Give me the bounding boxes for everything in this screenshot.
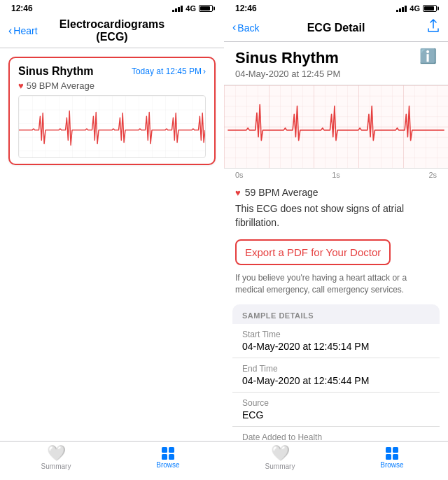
start-time-value: 04-May-2020 at 12:45:14 PM — [242, 341, 430, 352]
ecg-card-header: Sinus Rhythm Today at 12:45 PM › — [18, 65, 206, 78]
time-label-0: 0s — [235, 171, 244, 179]
battery-icon-1 — [199, 5, 213, 12]
detail-description: This ECG does not show signs of atrial f… — [224, 202, 448, 237]
detail-bpm-label: 59 BPM Average — [245, 187, 318, 198]
time-1: 12:46 — [11, 3, 33, 13]
battery-icon-2 — [423, 5, 437, 12]
heart-tab-icon-2: 🤍 — [271, 446, 290, 461]
sample-details-section: SAMPLE DETAILS Start Time 04-May-2020 at… — [232, 304, 440, 441]
bpm-label: 59 BPM Average — [27, 80, 94, 91]
start-time-label: Start Time — [242, 330, 430, 339]
detail-content: Sinus Rhythm 04-May-2020 at 12:45 PM ℹ️ — [224, 42, 448, 441]
back-label-2: Back — [237, 22, 259, 34]
ecg-bpm: ♥ 59 BPM Average — [18, 80, 206, 91]
export-pdf-button[interactable]: Export a PDF for Your Doctor — [235, 239, 391, 265]
nav-bar-2: ‹ Back ECG Detail — [224, 15, 448, 42]
time-labels: 0s 1s 2s — [224, 169, 448, 181]
nav-title-1: Electrocardiograms (ECG) — [50, 18, 174, 43]
tab-bar-1: 🤍 Summary Browse — [0, 441, 224, 480]
status-bar-2: 12:46 4G — [224, 0, 448, 15]
sample-row-source: Source ECG — [232, 393, 440, 427]
signal-icon-2 — [396, 5, 407, 12]
tab-summary-2[interactable]: 🤍 Summary — [224, 446, 336, 470]
nav-title-2: ECG Detail — [274, 22, 398, 34]
end-time-value: 04-May-2020 at 12:45:44 PM — [242, 375, 430, 386]
time-label-1: 1s — [332, 171, 340, 179]
detail-title: Sinus Rhythm — [224, 42, 448, 69]
ecg-card[interactable]: Sinus Rhythm Today at 12:45 PM › ♥ 59 BP… — [8, 57, 216, 165]
chevron-right-icon: › — [203, 66, 206, 76]
detail-bpm: ♥ 59 BPM Average — [224, 181, 448, 202]
heart-icon-small: ♥ — [18, 80, 24, 91]
browse-tab-icon-1 — [162, 447, 174, 460]
emergency-text: If you believe you're having a heart att… — [224, 272, 448, 304]
source-label: Source — [242, 398, 430, 408]
status-bar-1: 12:46 4G — [0, 0, 224, 15]
sample-row-date-added: Date Added to Health — [232, 427, 440, 441]
content-spacer-1 — [0, 174, 224, 441]
back-button-1[interactable]: ‹ Heart — [8, 25, 50, 36]
signal-icon-1 — [172, 5, 183, 12]
ecg-chart-1 — [18, 95, 206, 158]
carrier-2: 4G — [410, 4, 420, 13]
back-button-2[interactable]: ‹ Back — [232, 22, 274, 34]
detail-header-area: Sinus Rhythm 04-May-2020 at 12:45 PM ℹ️ — [224, 42, 448, 85]
time-2: 12:46 — [235, 3, 257, 13]
ecg-card-title: Sinus Rhythm — [18, 65, 94, 78]
info-button[interactable]: ℹ️ — [419, 48, 437, 64]
tab-browse-1[interactable]: Browse — [112, 447, 224, 469]
share-button[interactable] — [427, 19, 440, 36]
tab-browse-label-1: Browse — [156, 461, 179, 469]
screen-ecg-detail: 12:46 4G ‹ Back ECG Detail — [224, 0, 448, 480]
tab-bar-2: 🤍 Summary Browse — [224, 441, 448, 480]
detail-date: 04-May-2020 at 12:45 PM — [224, 69, 448, 85]
source-value: ECG — [242, 409, 430, 421]
heart-icon-detail: ♥ — [235, 188, 241, 198]
sample-row-start: Start Time 04-May-2020 at 12:45:14 PM — [232, 324, 440, 358]
date-added-label: Date Added to Health — [242, 432, 430, 441]
time-label-2: 2s — [428, 171, 437, 179]
tab-summary-label-1: Summary — [41, 463, 71, 470]
browse-tab-icon-2 — [386, 447, 398, 460]
carrier-1: 4G — [186, 4, 196, 13]
status-icons-2: 4G — [396, 4, 437, 13]
tab-browse-label-2: Browse — [380, 461, 403, 469]
tab-summary-1[interactable]: 🤍 Summary — [0, 446, 112, 470]
detail-chart — [224, 85, 448, 169]
chevron-left-icon-2: ‹ — [232, 22, 236, 33]
tab-summary-label-2: Summary — [265, 463, 295, 470]
chevron-left-icon-1: ‹ — [8, 25, 12, 36]
nav-right-2 — [398, 19, 440, 36]
back-label-1: Heart — [13, 25, 37, 36]
ecg-card-time: Today at 12:45 PM › — [132, 66, 206, 76]
status-icons-1: 4G — [172, 4, 213, 13]
screen-ecg-list: 12:46 4G ‹ Heart Electrocardiograms (ECG… — [0, 0, 224, 480]
nav-bar-1: ‹ Heart Electrocardiograms (ECG) — [0, 15, 224, 48]
svg-rect-0 — [19, 96, 205, 157]
sample-row-end: End Time 04-May-2020 at 12:45:44 PM — [232, 358, 440, 393]
end-time-label: End Time — [242, 364, 430, 374]
heart-tab-icon-1: 🤍 — [47, 446, 66, 461]
sample-details-header: SAMPLE DETAILS — [232, 304, 440, 324]
tab-browse-2[interactable]: Browse — [336, 447, 448, 469]
